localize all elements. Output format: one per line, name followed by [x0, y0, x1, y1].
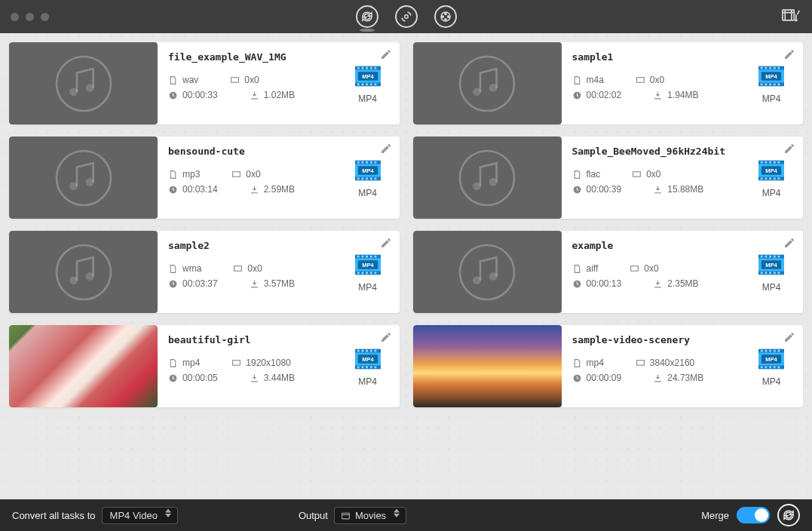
edit-icon[interactable]: [380, 237, 392, 251]
svg-point-28: [473, 87, 481, 96]
svg-rect-41: [778, 66, 780, 69]
start-convert-button[interactable]: [777, 504, 800, 526]
minimize-window[interactable]: [26, 13, 34, 21]
svg-rect-104: [366, 272, 368, 274]
duration: 00:00:33: [168, 90, 218, 100]
svg-rect-158: [769, 366, 771, 368]
file-type: aiff: [572, 263, 599, 274]
svg-point-47: [57, 151, 111, 205]
reel-mode-icon[interactable]: [434, 5, 457, 28]
edit-icon[interactable]: [380, 143, 392, 157]
task-card[interactable]: Sample_BeeMoved_96kHz24bit flac 0x0 00:0…: [413, 137, 804, 219]
resolution: 0x0: [233, 263, 262, 274]
file-type: flac: [572, 169, 601, 180]
svg-rect-156: [761, 366, 763, 368]
svg-rect-134: [357, 349, 359, 351]
top-mode-icons: [356, 5, 457, 28]
resolution: 0x0: [630, 263, 658, 274]
mp4-film-icon: MP4: [757, 346, 786, 372]
task-card[interactable]: sample-video-scenery mp4 3840x2160 00:00…: [413, 325, 804, 407]
svg-rect-66: [374, 177, 376, 180]
resolution: 0x0: [231, 169, 260, 180]
svg-rect-122: [761, 272, 763, 274]
task-card[interactable]: sample1 m4a 0x0 00:02:02 1.94MB MP4 MP4: [413, 42, 804, 124]
svg-point-2: [444, 13, 446, 14]
edit-icon[interactable]: [783, 237, 795, 251]
task-card[interactable]: beautiful-girl mp4 1920x1080 00:00:05 3.…: [9, 325, 400, 407]
edit-icon[interactable]: [783, 48, 795, 63]
merge-toggle[interactable]: [737, 507, 770, 523]
resolution: 3840x2160: [636, 358, 694, 368]
svg-rect-79: [769, 161, 771, 163]
edit-icon[interactable]: [783, 331, 795, 345]
zoom-window[interactable]: [41, 13, 49, 21]
disc-mode-icon[interactable]: [395, 5, 418, 28]
svg-point-3: [447, 16, 449, 17]
svg-rect-80: [774, 161, 776, 163]
svg-point-69: [489, 178, 498, 186]
svg-rect-153: [769, 349, 771, 351]
resolution: 1920x1080: [231, 358, 290, 368]
svg-rect-155: [778, 349, 780, 351]
svg-rect-106: [374, 272, 376, 274]
filesize: 3.57MB: [250, 278, 295, 289]
svg-rect-22: [357, 83, 359, 85]
svg-rect-37: [761, 66, 763, 69]
task-card[interactable]: file_example_WAV_1MG wav 0x0 00:00:33 1.…: [9, 42, 400, 124]
filesize: 2.59MB: [250, 184, 295, 195]
svg-rect-159: [774, 366, 776, 368]
svg-rect-43: [765, 83, 768, 85]
format-label: MP4: [762, 94, 781, 104]
convert-mode-icon[interactable]: [356, 5, 378, 28]
edit-icon[interactable]: [380, 331, 392, 345]
file-title: example: [572, 240, 752, 251]
format-label: MP4: [358, 282, 377, 293]
svg-rect-82: [761, 177, 763, 180]
library-icon[interactable]: [782, 8, 800, 26]
close-window[interactable]: [11, 13, 19, 21]
svg-point-7: [57, 57, 111, 111]
task-card[interactable]: example aiff 0x0 00:00:13 2.35MB MP4 MP4: [413, 231, 804, 313]
svg-text:MP4: MP4: [765, 355, 777, 362]
filesize: 1.94MB: [653, 90, 698, 100]
task-card[interactable]: bensound-cute mp3 0x0 00:03:14 2.59MB MP…: [9, 137, 400, 219]
svg-rect-40: [774, 66, 776, 69]
file-title: sample-video-scenery: [572, 334, 752, 345]
mp4-film-icon: MP4: [757, 252, 786, 278]
svg-rect-143: [374, 366, 376, 368]
svg-point-5: [442, 16, 443, 17]
svg-rect-135: [361, 349, 363, 351]
svg-rect-126: [778, 272, 780, 274]
svg-rect-59: [366, 161, 368, 163]
file-type: mp3: [168, 169, 200, 180]
svg-point-89: [85, 272, 93, 281]
svg-text:MP4: MP4: [362, 261, 374, 268]
file-type: m4a: [572, 75, 604, 85]
svg-rect-136: [366, 349, 368, 351]
edit-icon[interactable]: [783, 143, 795, 157]
svg-rect-57: [357, 161, 359, 163]
resolution: 0x0: [230, 75, 259, 85]
svg-rect-119: [769, 255, 771, 257]
svg-rect-127: [233, 360, 241, 365]
svg-rect-98: [361, 255, 363, 257]
svg-point-68: [473, 182, 481, 190]
svg-rect-157: [765, 366, 768, 368]
svg-rect-39: [769, 66, 771, 69]
file-title: file_example_WAV_1MG: [168, 51, 348, 63]
format-label: MP4: [762, 282, 781, 293]
mp4-film-icon: MP4: [757, 158, 786, 183]
task-card[interactable]: sample2 wma 0x0 00:03:37 3.57MB MP4 MP4: [9, 231, 400, 313]
svg-rect-26: [374, 83, 376, 85]
svg-rect-77: [761, 161, 763, 163]
svg-rect-60: [369, 161, 372, 163]
format-label: MP4: [762, 376, 781, 387]
convert-format-select[interactable]: MP4 Video: [102, 507, 178, 524]
svg-rect-125: [774, 272, 776, 274]
svg-rect-118: [765, 255, 768, 257]
svg-point-8: [69, 87, 78, 96]
edit-icon[interactable]: [380, 48, 392, 63]
output-folder-value: Movies: [355, 510, 386, 521]
svg-point-4: [444, 19, 446, 20]
output-folder-select[interactable]: Movies: [334, 507, 406, 524]
